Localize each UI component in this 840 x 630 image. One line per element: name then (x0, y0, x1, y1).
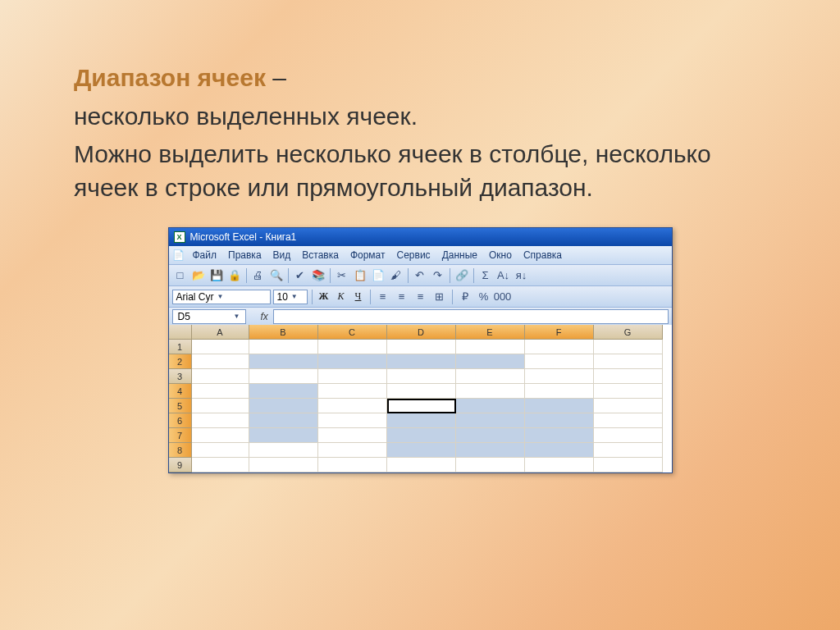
cell-E4[interactable] (456, 384, 525, 399)
cell-C9[interactable] (318, 458, 387, 472)
cell-E9[interactable] (456, 458, 525, 472)
cell-C2[interactable] (318, 354, 387, 369)
menu-insert[interactable]: Вставка (296, 248, 345, 262)
menu-file[interactable]: Файл (187, 248, 223, 262)
cell-F4[interactable] (525, 384, 594, 399)
cell-C3[interactable] (318, 369, 387, 384)
menu-view[interactable]: Вид (267, 248, 297, 262)
align-left-icon[interactable]: ≡ (375, 289, 391, 305)
cell-C5[interactable] (318, 399, 387, 413)
cell-B7[interactable] (249, 428, 318, 443)
paste-icon[interactable]: 📄 (370, 267, 386, 284)
cell-A3[interactable] (192, 369, 249, 384)
cell-A1[interactable] (192, 340, 249, 354)
open-icon[interactable]: 📂 (190, 267, 207, 284)
comma-icon[interactable]: 000 (495, 289, 511, 305)
cell-A6[interactable] (192, 413, 249, 428)
row-header-9[interactable]: 9 (169, 458, 192, 472)
cell-F9[interactable] (525, 458, 594, 472)
copy-icon[interactable]: 📋 (352, 267, 368, 284)
menu-format[interactable]: Формат (345, 248, 391, 262)
permission-icon[interactable]: 🔒 (226, 267, 243, 284)
redo-icon[interactable]: ↷ (430, 267, 446, 284)
cell-B1[interactable] (249, 340, 318, 354)
cell-F5[interactable] (525, 399, 594, 413)
cell-D3[interactable] (387, 369, 456, 384)
cell-E3[interactable] (456, 369, 525, 384)
font-name-select[interactable]: Arial Cyr▼ (172, 290, 271, 304)
cell-E7[interactable] (456, 428, 525, 443)
cell-G4[interactable] (594, 384, 663, 399)
format-painter-icon[interactable]: 🖌 (388, 267, 404, 284)
cell-B5[interactable] (249, 399, 318, 413)
cell-C1[interactable] (318, 340, 387, 354)
cell-B2[interactable] (249, 354, 318, 369)
new-icon[interactable]: □ (172, 267, 189, 284)
cell-A8[interactable] (192, 443, 249, 458)
fx-icon[interactable]: fx (261, 311, 268, 322)
percent-icon[interactable]: % (476, 289, 492, 305)
cell-G5[interactable] (594, 399, 663, 413)
cell-B9[interactable] (249, 458, 318, 472)
autosum-icon[interactable]: Σ (477, 267, 494, 284)
menu-edit[interactable]: Правка (222, 248, 267, 262)
cell-F8[interactable] (525, 443, 594, 458)
cell-G6[interactable] (594, 413, 663, 428)
cell-A2[interactable] (192, 354, 249, 369)
cell-D1[interactable] (387, 340, 456, 354)
merge-icon[interactable]: ⊞ (431, 289, 448, 305)
cell-C8[interactable] (318, 443, 387, 458)
save-icon[interactable]: 💾 (208, 267, 225, 284)
menu-data[interactable]: Данные (436, 248, 483, 262)
cell-G7[interactable] (594, 428, 663, 443)
cell-F3[interactable] (525, 369, 594, 384)
cell-D4[interactable] (387, 384, 456, 399)
cell-G8[interactable] (594, 443, 663, 458)
row-header-2[interactable]: 2 (169, 354, 192, 369)
cell-B6[interactable] (249, 413, 318, 428)
select-all-corner[interactable] (169, 325, 192, 340)
cell-F2[interactable] (525, 354, 594, 369)
row-header-8[interactable]: 8 (169, 443, 192, 458)
formula-input[interactable] (273, 309, 669, 324)
cell-F1[interactable] (525, 340, 594, 354)
cell-F7[interactable] (525, 428, 594, 443)
cell-E1[interactable] (456, 340, 525, 354)
cell-E8[interactable] (456, 443, 525, 458)
cell-F6[interactable] (525, 413, 594, 428)
align-right-icon[interactable]: ≡ (413, 289, 429, 305)
cell-C6[interactable] (318, 413, 387, 428)
sort-asc-icon[interactable]: A↓ (495, 267, 512, 284)
cell-E5[interactable] (456, 399, 525, 413)
cell-C4[interactable] (318, 384, 387, 399)
cell-A9[interactable] (192, 458, 249, 472)
align-center-icon[interactable]: ≡ (394, 289, 410, 305)
preview-icon[interactable]: 🔍 (268, 267, 285, 284)
cell-D2[interactable] (387, 354, 456, 369)
row-header-4[interactable]: 4 (169, 384, 192, 399)
row-header-3[interactable]: 3 (169, 369, 192, 384)
cell-A4[interactable] (192, 384, 249, 399)
cell-B8[interactable] (249, 443, 318, 458)
italic-button[interactable]: К (334, 290, 349, 304)
cell-B3[interactable] (249, 369, 318, 384)
cell-A7[interactable] (192, 428, 249, 443)
col-header-G[interactable]: G (594, 325, 663, 340)
cell-B4[interactable] (249, 384, 318, 399)
bold-button[interactable]: Ж (317, 290, 331, 304)
row-header-1[interactable]: 1 (169, 340, 192, 354)
cell-D9[interactable] (387, 458, 456, 472)
cell-D8[interactable] (387, 443, 456, 458)
col-header-C[interactable]: C (318, 325, 387, 340)
cell-A5[interactable] (192, 399, 249, 413)
menu-window[interactable]: Окно (483, 248, 518, 262)
name-box[interactable]: D5▼ (172, 309, 246, 324)
col-header-D[interactable]: D (387, 325, 456, 340)
menu-tools[interactable]: Сервис (391, 248, 436, 262)
cell-E6[interactable] (456, 413, 525, 428)
cell-G1[interactable] (594, 340, 663, 354)
undo-icon[interactable]: ↶ (412, 267, 428, 284)
cut-icon[interactable]: ✂ (334, 267, 350, 284)
sort-desc-icon[interactable]: я↓ (514, 267, 530, 284)
print-icon[interactable]: 🖨 (250, 267, 267, 284)
